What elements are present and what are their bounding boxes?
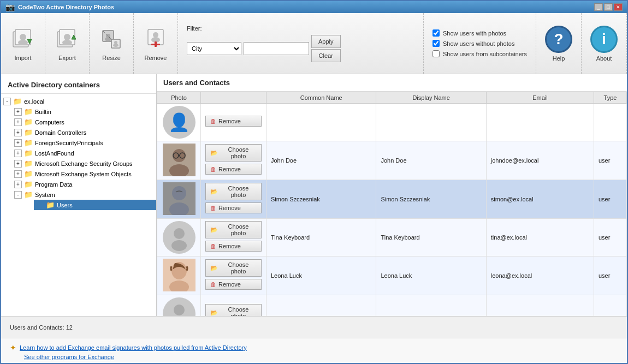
remove-photo-button-5[interactable]: 🗑 Remove — [205, 279, 262, 290]
tree-item-exlocal[interactable]: - 📁 ex.local — [1, 96, 156, 106]
tree-item-builtin[interactable]: + 📁 Builtin — [12, 106, 156, 117]
close-button[interactable]: ✕ — [614, 3, 623, 11]
footer-link-1[interactable]: Learn how to add Exchange email signatur… — [20, 344, 247, 351]
tree-label-lostandfound: LostAndFound — [35, 150, 74, 157]
type-2: user — [594, 141, 627, 180]
type-1 — [594, 104, 627, 141]
filter-input[interactable] — [244, 42, 309, 55]
tree-item-users[interactable]: 📁 Users — [34, 200, 156, 210]
tree-item-lostandfound[interactable]: + 📁 LostAndFound — [12, 148, 156, 158]
choose-photo-button-2[interactable]: 📂 Choose photo — [205, 144, 262, 162]
import-button[interactable]: Import — [1, 13, 45, 74]
expand-lostandfound[interactable]: + — [14, 150, 22, 157]
trash-icon-4: 🗑 — [210, 243, 216, 249]
folder-icon-system: 📁 — [24, 190, 33, 199]
tree-item-computers[interactable]: + 📁 Computers — [12, 117, 156, 127]
photo-cell-1: 👤 — [157, 104, 201, 141]
choose-photo-button-5[interactable]: 📂 Choose photo — [205, 259, 262, 277]
remove-label-4: Remove — [218, 243, 241, 249]
filter-dropdown[interactable]: City Name Email Department — [187, 42, 241, 55]
remove-button[interactable]: Remove — [134, 13, 178, 74]
choose-photo-button-4[interactable]: 📂 Choose photo — [205, 221, 262, 238]
right-panel: Users and Contacts Photo Common Name Dis… — [157, 74, 627, 316]
col-email: Email — [486, 92, 594, 104]
title-bar-controls[interactable]: _ □ ✕ — [594, 3, 623, 11]
action-cell-2: 📂 Choose photo 🗑 Remove — [201, 141, 266, 180]
about-label: About — [596, 55, 612, 62]
tree-label-programdata: Program Data — [35, 181, 72, 188]
resize-button[interactable]: Resize — [90, 13, 134, 74]
about-icon: i — [590, 26, 618, 53]
expand-programdata[interactable]: + — [14, 181, 22, 188]
expand-computers[interactable]: + — [14, 118, 22, 126]
expand-users — [36, 201, 44, 209]
remove-label: Remove — [145, 55, 167, 61]
folder-icon-5: 📂 — [210, 265, 218, 272]
export-icon — [54, 26, 80, 52]
apply-button[interactable]: Apply — [311, 35, 341, 48]
tree-item-programdata[interactable]: + 📁 Program Data — [12, 179, 156, 189]
type-3: user — [594, 180, 627, 219]
folder-icon-lostandfound: 📁 — [24, 149, 33, 157]
person-icon-6 — [165, 300, 193, 316]
photo-john — [163, 144, 195, 176]
display-name-5: Leona Luck — [376, 256, 486, 295]
email-1 — [486, 104, 594, 141]
tree-label-builtin: Builtin — [35, 109, 51, 115]
show-with-photos-checkbox[interactable] — [433, 29, 440, 37]
show-without-photos-row[interactable]: Show users without photos — [433, 40, 527, 47]
tree-item-system[interactable]: - 📁 System — [12, 189, 156, 200]
show-from-subcontainers-checkbox[interactable] — [433, 50, 440, 57]
expand-builtin[interactable]: + — [14, 108, 22, 116]
choose-photo-button-6[interactable]: 📂 Choose photo — [205, 304, 262, 316]
remove-icon — [143, 26, 169, 52]
tree-label-domaincontrollers: Domain Controllers — [35, 129, 86, 136]
expand-domaincontrollers[interactable]: + — [14, 129, 22, 136]
show-with-photos-row[interactable]: Show users with photos — [433, 29, 527, 37]
col-photo: Photo — [157, 92, 201, 104]
common-name-6 — [266, 295, 376, 317]
resize-icon — [98, 26, 125, 52]
help-icon: ? — [545, 26, 572, 53]
help-button[interactable]: ? Help — [536, 13, 582, 74]
expand-exchangesecurity[interactable]: + — [14, 160, 22, 168]
remove-photo-button-3[interactable]: 🗑 Remove — [205, 202, 262, 213]
expand-exchangesystem[interactable]: + — [14, 170, 22, 178]
import-icon — [10, 26, 36, 52]
show-from-subcontainers-row[interactable]: Show users from subcontainers — [433, 50, 527, 57]
tree-item-exchangesecurity[interactable]: + 📁 Microsoft Exchange Security Groups — [12, 158, 156, 169]
svg-point-2 — [20, 34, 26, 40]
choose-photo-button-3[interactable]: 📂 Choose photo — [205, 183, 262, 200]
export-button[interactable]: Export — [45, 13, 90, 74]
remove-photo-button-4[interactable]: 🗑 Remove — [205, 241, 262, 252]
folder-icon-3: 📂 — [210, 188, 218, 195]
show-from-subcontainers-label: Show users from subcontainers — [443, 51, 527, 57]
sidebar-title: Active Directory containers — [1, 79, 156, 94]
clear-button[interactable]: Clear — [311, 49, 341, 62]
action-cell-4: 📂 Choose photo 🗑 Remove — [201, 219, 266, 256]
minimize-button[interactable]: _ — [594, 3, 603, 11]
title-bar-left: 📷 CodeTwo Active Directory Photos — [5, 3, 114, 11]
table-row: 📂 Choose photo 🗑 Remove Simon Szczesniak… — [157, 180, 627, 219]
expand-foreignsecurity[interactable]: + — [14, 139, 22, 147]
tree-item-foreignsecurityprincipals[interactable]: + 📁 ForeignSecurityPrincipals — [12, 138, 156, 148]
svg-point-7 — [64, 34, 70, 40]
remove-photo-button-1[interactable]: 🗑 Remove — [205, 116, 262, 127]
expand-system[interactable]: - — [14, 191, 22, 199]
footer-link-2[interactable]: See other programs for Exchange — [24, 354, 114, 360]
maximize-button[interactable]: □ — [604, 3, 613, 11]
avatar-4 — [163, 221, 195, 254]
table-container[interactable]: Photo Common Name Display Name Email Typ… — [157, 92, 627, 316]
tree-item-domaincontrollers[interactable]: + 📁 Domain Controllers — [12, 127, 156, 138]
svg-point-32 — [171, 240, 187, 251]
remove-photo-button-2[interactable]: 🗑 Remove — [205, 164, 262, 175]
svg-point-12 — [105, 37, 111, 41]
expand-exlocal[interactable]: - — [3, 98, 11, 105]
about-button[interactable]: i About — [582, 13, 627, 74]
common-name-3: Simon Szczesniak — [266, 180, 376, 219]
show-without-photos-checkbox[interactable] — [433, 40, 440, 47]
folder-icon-4: 📂 — [210, 226, 218, 234]
footer-icon-1: ✦ — [10, 343, 16, 352]
tree-item-exchangesystem[interactable]: + 📁 Microsoft Exchange System Objects — [12, 169, 156, 179]
users-table: Photo Common Name Display Name Email Typ… — [157, 92, 627, 316]
